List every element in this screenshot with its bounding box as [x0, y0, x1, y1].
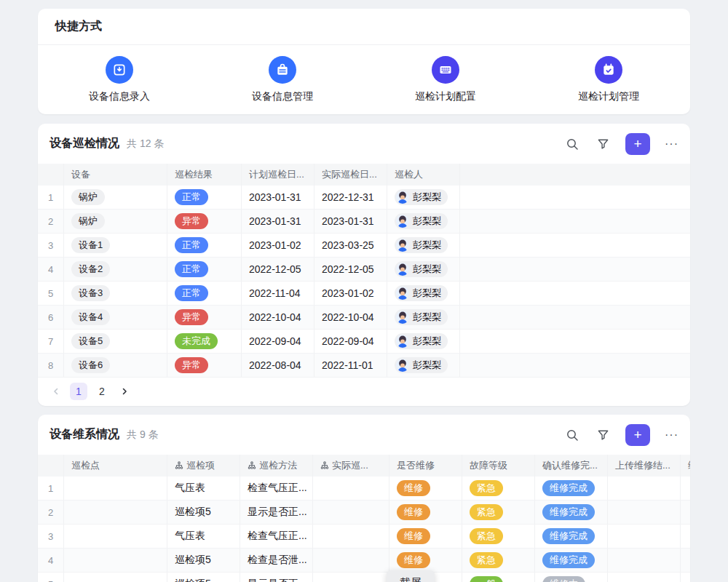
row-number: 1 [38, 477, 64, 500]
col-cutoff[interactable]: 维... [681, 455, 690, 477]
planned-date: 2022-10-04 [242, 306, 314, 329]
point-cell [64, 573, 167, 582]
col-item[interactable]: 巡检项 [167, 455, 240, 477]
table-row[interactable]: 6 设备4 异常 2022-10-04 2022-10-04 彭梨梨 [38, 306, 690, 330]
avatar [396, 191, 409, 204]
add-record-button[interactable]: + [625, 424, 650, 446]
inspection-count: 共 12 条 [127, 137, 164, 151]
shortcut-label: 设备信息管理 [252, 90, 313, 103]
col-level[interactable]: 故障等级 [462, 455, 535, 477]
item-cell: 巡检项5 [167, 573, 240, 582]
col-device[interactable]: 设备 [64, 164, 167, 186]
col-upload[interactable]: 上传维修结... [608, 455, 681, 477]
row-number: 2 [38, 210, 64, 233]
search-icon[interactable] [564, 136, 580, 152]
repair-badge: 维修 [397, 552, 430, 568]
device-tag: 设备3 [71, 285, 110, 301]
device-tag: 设备2 [71, 261, 110, 277]
avatar [396, 287, 409, 300]
col-actual-date[interactable]: 实际巡检日... [314, 164, 387, 186]
col-actual[interactable]: 实际巡... [313, 455, 389, 477]
col-planned-date[interactable]: 计划巡检日... [242, 164, 314, 186]
table-row[interactable]: 2 锅炉 异常 2023-01-31 2023-01-31 彭梨梨 [38, 210, 690, 234]
actual-date: 2022-12-31 [314, 186, 387, 209]
maintenance-table-header: 巡检点 巡检项 巡检方法 实际巡... 是否维修 故障等级 确认维修完... 上… [38, 455, 690, 477]
actual-cell [313, 477, 389, 500]
actual-date: 2022-12-05 [314, 258, 387, 281]
planned-date: 2023-01-31 [242, 210, 314, 233]
level-badge: 一般 [470, 576, 503, 582]
col-confirm[interactable]: 确认维修完... [535, 455, 608, 477]
maintenance-title: 设备维系情况 [50, 427, 119, 442]
col-inspector[interactable]: 巡检人 [387, 164, 460, 186]
table-row[interactable]: 5 设备3 正常 2022-11-04 2023-01-02 彭梨梨 [38, 282, 690, 306]
shortcut-label: 巡检计划管理 [578, 90, 639, 103]
upload-cell [608, 549, 681, 572]
inspection-title: 设备巡检情况 [50, 136, 119, 151]
page-2-button[interactable]: 2 [93, 383, 111, 400]
level-badge: 紧急 [470, 552, 503, 568]
method-cell: 显示是否正... [240, 501, 313, 524]
row-number: 3 [38, 525, 64, 548]
actual-cell [313, 525, 389, 548]
more-options-icon[interactable]: ··· [665, 137, 678, 151]
device-tag: 锅炉 [71, 213, 105, 229]
upload-cell [608, 501, 681, 524]
actual-cell [313, 501, 389, 524]
add-record-button[interactable]: + [625, 133, 650, 155]
level-badge: 紧急 [470, 504, 503, 520]
table-row[interactable]: 5 巡检项5 显示是否正... 维修 一般 维修中 [38, 573, 690, 582]
device-tag: 设备6 [71, 357, 110, 373]
table-row[interactable]: 1 气压表 检查气压正... 维修 紧急 维修完成 [38, 477, 690, 501]
actual-date: 2022-11-01 [314, 354, 387, 377]
shortcut-label: 巡检计划配置 [415, 90, 476, 103]
result-badge: 异常 [175, 309, 208, 325]
inspector-chip: 彭梨梨 [395, 261, 448, 277]
col-repair[interactable]: 是否维修 [389, 455, 462, 477]
actual-cell [313, 549, 389, 572]
point-cell [64, 525, 167, 548]
point-cell [64, 549, 167, 572]
search-icon[interactable] [564, 427, 580, 443]
col-method[interactable]: 巡检方法 [240, 455, 313, 477]
maintenance-card: 设备维系情况 共 9 条 + ··· 巡检点 巡检项 巡检方法 实际巡... 是… [38, 415, 690, 582]
repair-badge: 维修 [397, 504, 430, 520]
method-cell: 显示是否正... [240, 573, 313, 582]
method-cell: 检查气压正... [240, 525, 313, 548]
filter-icon[interactable] [595, 427, 611, 443]
shortcut-plan-config[interactable]: 巡检计划配置 [364, 45, 527, 113]
result-badge: 正常 [175, 189, 208, 205]
more-options-icon[interactable]: ··· [665, 428, 678, 442]
planned-date: 2022-08-04 [242, 354, 314, 377]
prev-page-icon[interactable] [48, 383, 64, 399]
shortcut-plan-manage[interactable]: 巡检计划管理 [527, 45, 690, 113]
confirm-badge: 维修完成 [542, 504, 595, 520]
lookup-icon [320, 461, 329, 470]
shortcut-device-manage[interactable]: 设备信息管理 [201, 45, 364, 113]
device-tag: 设备1 [71, 237, 110, 253]
table-row[interactable]: 7 设备5 未完成 2022-09-04 2022-09-04 彭梨梨 [38, 330, 690, 354]
actual-date: 2022-09-04 [314, 330, 387, 353]
page-1-button[interactable]: 1 [70, 383, 87, 400]
confirm-badge: 维修完成 [542, 552, 595, 568]
device-tag: 锅炉 [71, 189, 105, 205]
inspection-card-header: 设备巡检情况 共 12 条 + ··· [38, 124, 690, 164]
item-cell: 巡检项5 [167, 549, 240, 572]
table-row[interactable]: 4 巡检项5 检查是否泄... 维修 紧急 维修完成 [38, 549, 690, 573]
table-row[interactable]: 3 气压表 检查气压正... 维修 紧急 维修完成 [38, 525, 690, 549]
table-row[interactable]: 3 设备1 正常 2023-01-02 2023-03-25 彭梨梨 [38, 234, 690, 258]
table-row[interactable]: 4 设备2 正常 2022-12-05 2022-12-05 彭梨梨 [38, 258, 690, 282]
table-row[interactable]: 8 设备6 异常 2022-08-04 2022-11-01 彭梨梨 [38, 354, 690, 378]
col-point[interactable]: 巡检点 [64, 455, 167, 477]
next-page-icon[interactable] [116, 383, 132, 399]
row-number: 4 [38, 258, 64, 281]
table-row[interactable]: 1 锅炉 正常 2023-01-31 2022-12-31 彭梨梨 [38, 186, 690, 210]
shortcut-device-entry[interactable]: 设备信息录入 [38, 45, 201, 113]
filter-icon[interactable] [595, 136, 611, 152]
col-result[interactable]: 巡检结果 [167, 164, 242, 186]
shortcut-label: 设备信息录入 [89, 90, 150, 103]
table-row[interactable]: 2 巡检项5 显示是否正... 维修 紧急 维修完成 [38, 501, 690, 525]
planned-date: 2022-09-04 [242, 330, 314, 353]
result-badge: 正常 [175, 261, 208, 277]
keyboard-icon [432, 56, 459, 84]
